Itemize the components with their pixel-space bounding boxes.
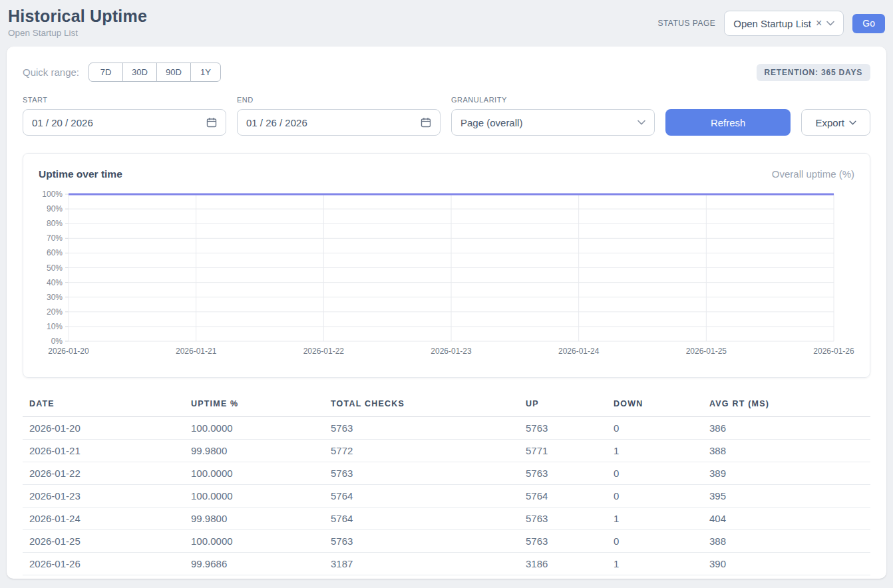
table-cell: 100.0000 bbox=[184, 462, 324, 485]
table-row: 2026-01-23100.0000576457640395 bbox=[23, 485, 870, 508]
table-cell: 2026-01-21 bbox=[23, 440, 184, 462]
chevron-down-icon bbox=[826, 21, 834, 26]
granularity-select[interactable]: Page (overall) bbox=[451, 109, 655, 136]
table-cell: 100.0000 bbox=[184, 485, 324, 508]
granularity-field-wrap: GRANULARITY Page (overall) bbox=[451, 96, 655, 136]
svg-text:2026-01-25: 2026-01-25 bbox=[686, 347, 727, 356]
table-column-header: UPTIME % bbox=[184, 394, 324, 417]
table-row: 2026-01-2199.9800577257711388 bbox=[23, 440, 870, 462]
table-cell: 0 bbox=[607, 530, 703, 553]
table-cell: 1 bbox=[607, 508, 703, 530]
svg-text:60%: 60% bbox=[47, 248, 63, 257]
table-cell: 5763 bbox=[324, 417, 519, 440]
table-cell: 99.9800 bbox=[184, 440, 324, 462]
table-cell: 2026-01-25 bbox=[23, 530, 184, 553]
quick-range-group: 7D 30D 90D 1Y bbox=[89, 63, 221, 82]
table-cell: 99.9800 bbox=[184, 508, 324, 530]
calendar-icon[interactable] bbox=[206, 117, 217, 128]
calendar-icon[interactable] bbox=[421, 117, 431, 128]
svg-text:40%: 40% bbox=[47, 278, 63, 287]
page-heading: Historical Uptime Open Startup List bbox=[8, 7, 147, 38]
quick-range-7d-button[interactable]: 7D bbox=[89, 63, 123, 82]
granularity-value: Page (overall) bbox=[460, 117, 522, 128]
table-row: 2026-01-20100.0000576357630386 bbox=[23, 417, 870, 440]
quick-range-30d-button[interactable]: 30D bbox=[122, 63, 157, 82]
start-date-label: START bbox=[23, 96, 226, 104]
table-cell: 395 bbox=[703, 485, 870, 508]
svg-text:2026-01-20: 2026-01-20 bbox=[48, 347, 89, 356]
table-column-header: AVG RT (MS) bbox=[703, 394, 870, 417]
end-date-label: END bbox=[237, 96, 441, 104]
start-date-input[interactable]: 01 / 20 / 2026 bbox=[23, 109, 226, 136]
svg-text:100%: 100% bbox=[42, 190, 63, 199]
status-page-label: STATUS PAGE bbox=[657, 19, 715, 28]
table-column-header: UP bbox=[519, 394, 607, 417]
svg-text:20%: 20% bbox=[47, 307, 63, 317]
page-subtitle: Open Startup List bbox=[8, 28, 147, 38]
status-page-select[interactable]: Open Startup List × bbox=[724, 11, 844, 36]
status-page-value: Open Startup List bbox=[733, 18, 811, 29]
table-cell: 1 bbox=[607, 440, 703, 462]
chevron-down-icon bbox=[637, 120, 645, 125]
table-cell: 5771 bbox=[519, 440, 607, 462]
svg-text:2026-01-24: 2026-01-24 bbox=[558, 347, 600, 356]
chevron-down-icon bbox=[849, 120, 856, 125]
main-card: Quick range: 7D 30D 90D 1Y RETENTION: 36… bbox=[7, 47, 886, 579]
table-cell: 0 bbox=[607, 485, 703, 508]
table-cell: 5772 bbox=[324, 440, 519, 462]
svg-text:70%: 70% bbox=[47, 233, 63, 243]
quick-range-90d-button[interactable]: 90D bbox=[156, 63, 191, 82]
svg-text:2026-01-21: 2026-01-21 bbox=[176, 347, 217, 356]
chart-header: Uptime over time Overall uptime (%) bbox=[23, 168, 870, 180]
quick-range-row: Quick range: 7D 30D 90D 1Y RETENTION: 36… bbox=[23, 63, 870, 82]
table-cell: 5764 bbox=[324, 508, 519, 530]
svg-text:80%: 80% bbox=[47, 219, 63, 228]
table-cell: 389 bbox=[703, 462, 870, 485]
table-row: 2026-01-2699.9686318731861390 bbox=[23, 553, 870, 575]
table-cell: 3186 bbox=[519, 553, 607, 575]
retention-badge: RETENTION: 365 DAYS bbox=[757, 64, 870, 81]
table-cell: 2026-01-20 bbox=[23, 417, 184, 440]
refresh-button[interactable]: Refresh bbox=[665, 109, 791, 136]
table-cell: 388 bbox=[703, 530, 870, 553]
table-header-row: DATEUPTIME %TOTAL CHECKSUPDOWNAVG RT (MS… bbox=[23, 394, 870, 417]
svg-text:2026-01-22: 2026-01-22 bbox=[303, 347, 345, 356]
svg-text:2026-01-23: 2026-01-23 bbox=[431, 347, 472, 356]
chart-legend: Overall uptime (%) bbox=[772, 168, 854, 180]
filter-form-row: START 01 / 20 / 2026 END 01 / 26 / 2026 … bbox=[23, 96, 870, 136]
table-cell: 0 bbox=[607, 462, 703, 485]
table-cell: 5763 bbox=[519, 530, 607, 553]
quick-range-1y-button[interactable]: 1Y bbox=[190, 63, 221, 82]
uptime-table: DATEUPTIME %TOTAL CHECKSUPDOWNAVG RT (MS… bbox=[23, 394, 870, 575]
granularity-label: GRANULARITY bbox=[451, 96, 655, 104]
svg-text:0%: 0% bbox=[51, 337, 63, 346]
end-date-field-wrap: END 01 / 26 / 2026 bbox=[237, 96, 441, 136]
quick-range-label: Quick range: bbox=[23, 67, 79, 78]
clear-icon[interactable]: × bbox=[816, 18, 822, 29]
go-button[interactable]: Go bbox=[852, 14, 885, 33]
end-date-input[interactable]: 01 / 26 / 2026 bbox=[237, 109, 441, 136]
table-cell: 100.0000 bbox=[184, 417, 324, 440]
export-button-label: Export bbox=[815, 117, 844, 128]
table-cell: 5764 bbox=[324, 485, 519, 508]
table-cell: 388 bbox=[703, 440, 870, 462]
table-cell: 386 bbox=[703, 417, 870, 440]
end-date-value: 01 / 26 / 2026 bbox=[246, 117, 307, 128]
chart-title: Uptime over time bbox=[39, 168, 122, 180]
svg-text:50%: 50% bbox=[47, 263, 63, 273]
svg-text:2026-01-26: 2026-01-26 bbox=[813, 347, 854, 356]
table-row: 2026-01-25100.0000576357630388 bbox=[23, 530, 870, 553]
uptime-chart-svg: 0%10%20%30%40%50%60%70%80%90%100%2026-01… bbox=[38, 188, 863, 356]
status-page-bar: STATUS PAGE Open Startup List × Go bbox=[657, 7, 885, 36]
uptime-table-body: 2026-01-20100.00005763576303862026-01-21… bbox=[23, 417, 870, 575]
svg-text:10%: 10% bbox=[47, 322, 63, 331]
start-date-field-wrap: START 01 / 20 / 2026 bbox=[23, 96, 226, 136]
uptime-chart-card: Uptime over time Overall uptime (%) 0%10… bbox=[23, 153, 870, 378]
export-button[interactable]: Export bbox=[801, 109, 870, 136]
table-column-header: DOWN bbox=[607, 394, 703, 417]
table-column-header: DATE bbox=[23, 394, 184, 417]
table-cell: 5763 bbox=[519, 508, 607, 530]
table-cell: 2026-01-26 bbox=[23, 553, 184, 575]
page-title: Historical Uptime bbox=[8, 7, 147, 26]
svg-text:90%: 90% bbox=[47, 204, 63, 214]
